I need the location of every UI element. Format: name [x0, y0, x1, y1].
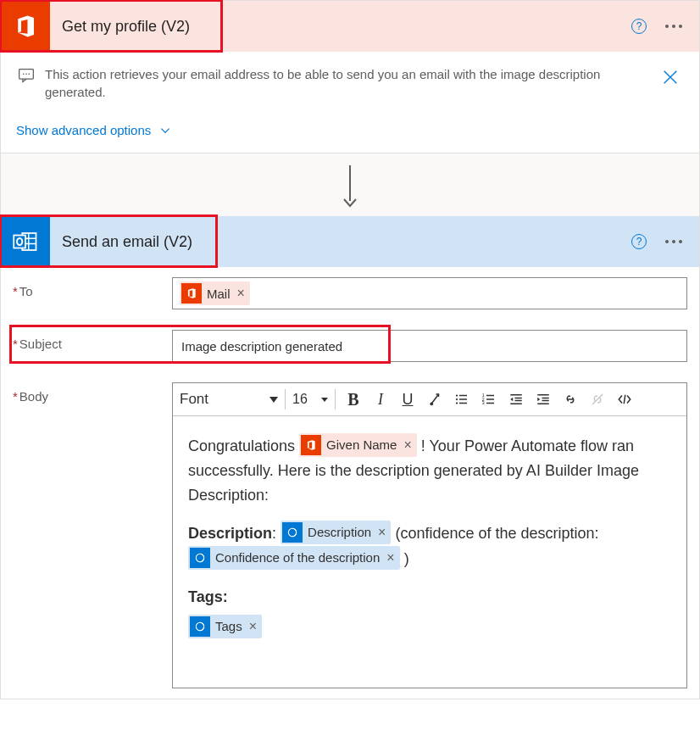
- advanced-link-label: Show advanced options: [16, 123, 151, 137]
- caret-down-icon: [269, 397, 278, 403]
- info-row: This action retrieves your email address…: [1, 52, 699, 113]
- description-label: Description: [188, 525, 272, 542]
- body-content[interactable]: Congratulations Given Name × ! Your Powe…: [173, 416, 686, 688]
- token-description[interactable]: Description ×: [281, 521, 391, 544]
- svg-text:3: 3: [482, 400, 485, 405]
- action-send-email: Send an email (V2) ? *To Mail ×: [0, 216, 700, 699]
- number-list-button[interactable]: 123: [476, 387, 502, 412]
- token-label: Confidence of the description: [215, 548, 380, 568]
- label-to: *To: [13, 277, 165, 298]
- show-advanced-options-link[interactable]: Show advanced options: [1, 113, 699, 153]
- label-subject: *Subject: [13, 330, 165, 351]
- chevron-down-icon: [159, 125, 171, 136]
- svg-point-14: [456, 398, 458, 400]
- svg-point-16: [456, 402, 458, 404]
- token-remove-icon[interactable]: ×: [237, 287, 245, 300]
- font-size-select[interactable]: 16: [291, 388, 330, 410]
- underline-button[interactable]: U: [395, 387, 420, 412]
- action-header-email[interactable]: Send an email (V2) ?: [1, 216, 699, 267]
- token-remove-icon[interactable]: ×: [403, 438, 411, 452]
- ai-builder-icon: [282, 522, 303, 543]
- token-label: Given Name: [326, 435, 397, 455]
- svg-point-1: [23, 74, 25, 75]
- office-icon: [301, 435, 321, 455]
- close-icon[interactable]: [658, 65, 682, 89]
- rte-toolbar: Font 16 B I U: [173, 383, 686, 416]
- bullet-list-button[interactable]: [449, 387, 475, 412]
- body-text: (confidence of the description:: [395, 525, 598, 542]
- action-title-email: Send an email (V2): [50, 233, 631, 251]
- svg-line-34: [624, 395, 625, 404]
- ai-builder-icon: [190, 548, 210, 568]
- token-mail[interactable]: Mail ×: [180, 281, 250, 305]
- more-menu-icon[interactable]: [665, 25, 682, 28]
- token-remove-icon[interactable]: ×: [249, 620, 257, 633]
- action-header-profile[interactable]: Get my profile (V2) ?: [1, 1, 699, 52]
- font-family-select[interactable]: Font: [178, 387, 280, 411]
- outdent-button[interactable]: [503, 387, 529, 412]
- code-view-button[interactable]: [612, 387, 637, 412]
- font-color-button[interactable]: [422, 387, 447, 412]
- body-text: ): [404, 550, 409, 567]
- caret-down-icon: [321, 398, 328, 402]
- body-text: Congratulations: [188, 437, 299, 454]
- outlook-icon-tile: [1, 216, 50, 267]
- svg-rect-9: [14, 236, 25, 248]
- action-title-profile: Get my profile (V2): [50, 18, 631, 36]
- office-icon: [181, 283, 202, 304]
- token-remove-icon[interactable]: ×: [378, 526, 386, 539]
- info-text: This action retrieves your email address…: [45, 65, 648, 101]
- token-label: Description: [308, 522, 371, 543]
- svg-point-3: [29, 74, 31, 75]
- italic-button[interactable]: I: [368, 387, 393, 412]
- ai-builder-icon: [190, 616, 210, 637]
- tags-label: Tags:: [188, 588, 228, 605]
- svg-point-2: [25, 74, 27, 75]
- indent-button[interactable]: [531, 387, 556, 412]
- more-menu-icon[interactable]: [665, 240, 682, 243]
- unlink-button: [585, 387, 610, 412]
- office-icon: [13, 14, 38, 39]
- row-to: *To Mail ×: [1, 267, 699, 320]
- token-remove-icon[interactable]: ×: [386, 551, 394, 565]
- token-label: Mail: [207, 287, 231, 301]
- help-icon[interactable]: ?: [631, 19, 647, 34]
- token-label: Tags: [215, 616, 242, 637]
- email-form: *To Mail × *Subject Image descrip: [1, 267, 699, 699]
- token-confidence[interactable]: Confidence of the description ×: [188, 546, 400, 570]
- label-body: *Body: [13, 382, 165, 404]
- outlook-icon: [13, 229, 38, 254]
- link-button[interactable]: [558, 387, 583, 412]
- action-get-my-profile: Get my profile (V2) ? This action retrie…: [0, 0, 700, 153]
- svg-point-12: [456, 394, 458, 396]
- bold-button[interactable]: B: [341, 387, 366, 412]
- comment-icon: [18, 67, 35, 84]
- row-body: *Body Font 16 B I U: [1, 372, 699, 699]
- svg-point-11: [430, 402, 433, 405]
- subject-value: Image description generated: [181, 339, 342, 354]
- body-editor: Font 16 B I U: [172, 382, 687, 688]
- row-subject: *Subject Image description generated: [1, 320, 699, 372]
- to-input[interactable]: Mail ×: [172, 277, 687, 309]
- help-icon[interactable]: ?: [631, 234, 647, 249]
- subject-input[interactable]: Image description generated: [172, 330, 687, 362]
- flow-connector-arrow: [0, 153, 700, 216]
- token-tags[interactable]: Tags ×: [188, 615, 262, 638]
- office-icon-tile: [1, 1, 50, 52]
- token-given-name[interactable]: Given Name ×: [299, 433, 417, 457]
